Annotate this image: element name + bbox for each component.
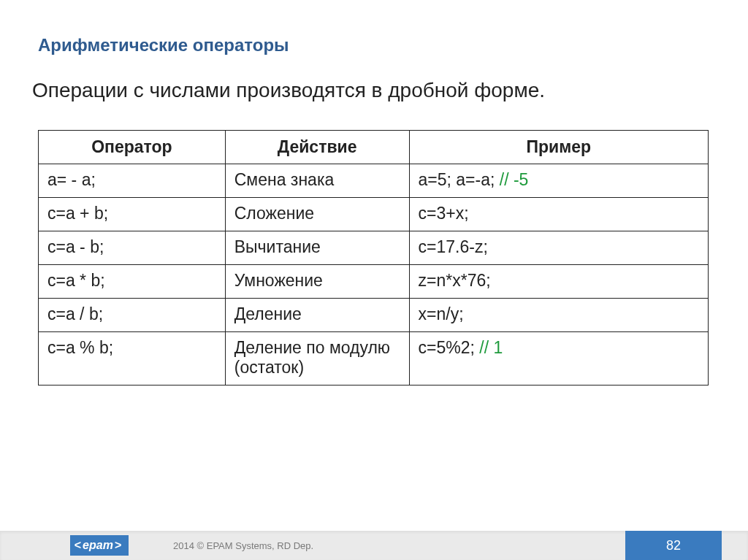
footer: <epam> 2014 © EPAM Systems, RD Dep. 82 bbox=[0, 531, 748, 560]
table-row: a= - a; Смена знака a=5; a=-a; // -5 bbox=[39, 164, 709, 198]
page-number: 82 bbox=[625, 531, 722, 560]
example-text: z=n*x*76; bbox=[419, 271, 491, 290]
cell-operator: c=a % b; bbox=[39, 332, 226, 386]
cell-operator: c=a - b; bbox=[39, 231, 226, 265]
header-example: Пример bbox=[409, 131, 708, 164]
operators-table: Оператор Действие Пример a= - a; Смена з… bbox=[38, 130, 709, 386]
cell-operator: a= - a; bbox=[39, 164, 226, 198]
table-header-row: Оператор Действие Пример bbox=[39, 131, 709, 164]
angle-right-icon: > bbox=[115, 539, 121, 552]
header-action: Действие bbox=[225, 131, 409, 164]
cell-operator: c=a + b; bbox=[39, 198, 226, 231]
cell-example: c=17.6-z; bbox=[409, 231, 708, 265]
header-operator: Оператор bbox=[39, 131, 226, 164]
example-text: c=17.6-z; bbox=[419, 237, 488, 256]
cell-action: Деление по модулю (остаток) bbox=[225, 332, 409, 386]
slide-title: Арифметические операторы bbox=[38, 35, 289, 55]
slide: Арифметические операторы Операции с числ… bbox=[0, 0, 748, 560]
cell-action: Сложение bbox=[225, 198, 409, 231]
table-row: c=a * b; Умножение z=n*x*76; bbox=[39, 265, 709, 299]
cell-action: Деление bbox=[225, 299, 409, 332]
cell-operator: c=a * b; bbox=[39, 265, 226, 299]
epam-logo: <epam> bbox=[70, 535, 129, 556]
cell-action: Вычитание bbox=[225, 231, 409, 265]
cell-example: c=3+x; bbox=[409, 198, 708, 231]
table-row: c=a % b; Деление по модулю (остаток) c=5… bbox=[39, 332, 709, 386]
example-text: x=n/y; bbox=[419, 304, 464, 323]
example-text: c=3+x; bbox=[419, 204, 469, 223]
angle-left-icon: < bbox=[75, 539, 81, 552]
table-row: c=a / b; Деление x=n/y; bbox=[39, 299, 709, 332]
footer-copyright: 2014 © EPAM Systems, RD Dep. bbox=[173, 531, 313, 560]
cell-action: Смена знака bbox=[225, 164, 409, 198]
cell-action: Умножение bbox=[225, 265, 409, 299]
logo-wrap: <epam> bbox=[56, 531, 143, 560]
cell-example: z=n*x*76; bbox=[409, 265, 708, 299]
example-comment: // 1 bbox=[479, 338, 503, 357]
example-text: c=5%2; bbox=[419, 338, 480, 357]
logo-text: epam bbox=[83, 539, 113, 552]
cell-example: c=5%2; // 1 bbox=[409, 332, 708, 386]
table-row: c=a + b; Сложение c=3+x; bbox=[39, 198, 709, 231]
cell-example: x=n/y; bbox=[409, 299, 708, 332]
example-text: a=5; a=-a; bbox=[419, 170, 500, 189]
cell-example: a=5; a=-a; // -5 bbox=[409, 164, 708, 198]
table-row: c=a - b; Вычитание c=17.6-z; bbox=[39, 231, 709, 265]
cell-operator: c=a / b; bbox=[39, 299, 226, 332]
slide-subtitle: Операции с числами производятся в дробно… bbox=[32, 79, 545, 102]
example-comment: // -5 bbox=[500, 170, 529, 189]
